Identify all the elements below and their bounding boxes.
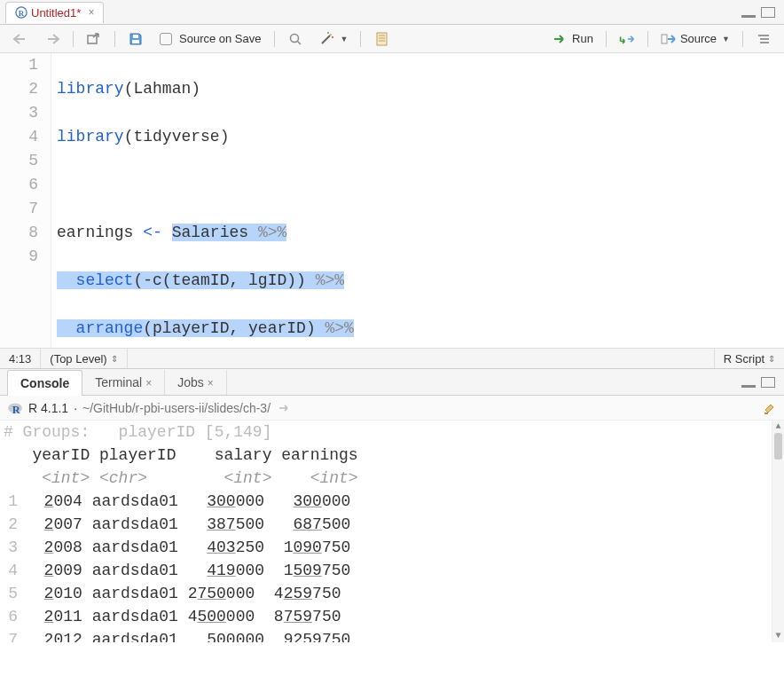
rerun-icon — [619, 31, 635, 47]
maximize-pane-icon[interactable] — [761, 377, 775, 388]
save-button[interactable] — [122, 28, 149, 50]
scroll-up-icon[interactable]: ▲ — [772, 421, 784, 433]
toolbar-separator — [647, 31, 648, 47]
console-data-row: 7 2012 aardsda01 500000 9259750 — [4, 628, 780, 642]
console-types-row: <int> <chr> <int> <int> — [4, 467, 780, 490]
editor-status-bar: 4:13 (Top Level)⇕ R Script⇕ — [0, 348, 784, 369]
filetype-selector[interactable]: R Script⇕ — [714, 349, 784, 368]
updown-icon: ⇕ — [111, 354, 118, 364]
code-area[interactable]: library(Lahman) library(tidyverse) earni… — [51, 53, 784, 348]
console-data-row: 1 2004 aardsda01 300000 300000 — [4, 490, 780, 513]
arrow-right-icon — [44, 31, 60, 47]
goto-dir-icon[interactable] — [276, 400, 292, 416]
cursor-position[interactable]: 4:13 — [0, 349, 41, 368]
checkbox-icon — [160, 33, 172, 45]
line-number: 9 — [0, 245, 38, 269]
console-data-row: 6 2011 aardsda01 4500000 8759750 — [4, 605, 780, 628]
separator-dot: · — [74, 401, 77, 415]
toolbar-separator — [606, 31, 607, 47]
line-number: 6 — [0, 173, 38, 197]
console-data-row: 2 2007 aardsda01 387500 687500 — [4, 513, 780, 536]
forward-button[interactable] — [39, 28, 66, 50]
run-label: Run — [572, 32, 593, 45]
svg-line-6 — [297, 41, 301, 44]
svg-rect-15 — [662, 35, 667, 43]
wand-icon — [319, 31, 335, 47]
svg-rect-2 — [88, 35, 97, 43]
tab-title: Untitled1* — [31, 6, 81, 20]
run-button[interactable]: Run — [547, 28, 599, 50]
save-icon — [128, 31, 144, 47]
minimize-pane-icon[interactable] — [741, 11, 756, 18]
source-label: Source — [680, 32, 717, 45]
console-data-row: 3 2008 aardsda01 403250 1090750 — [4, 536, 780, 559]
line-number: 2 — [0, 77, 38, 101]
show-in-new-window-button[interactable] — [81, 28, 107, 50]
minimize-pane-icon[interactable] — [741, 381, 756, 388]
svg-rect-11 — [377, 33, 387, 45]
svg-point-5 — [290, 34, 298, 42]
code-line: library(Lahman) — [57, 77, 784, 101]
chevron-down-icon: ▼ — [341, 35, 349, 43]
svg-text:R: R — [19, 9, 25, 18]
editor-tab[interactable]: R Untitled1* × — [5, 2, 104, 23]
scroll-down-icon[interactable]: ▼ — [772, 630, 784, 642]
line-number: 7 — [0, 197, 38, 221]
console-output[interactable]: # Groups: playerID [5,149] yearID player… — [0, 421, 784, 642]
compile-report-button[interactable] — [368, 28, 395, 50]
svg-point-9 — [332, 36, 333, 38]
line-number: 8 — [0, 221, 38, 245]
back-button[interactable] — [7, 28, 34, 50]
svg-rect-4 — [133, 35, 138, 38]
code-line: library(tidyverse) — [57, 125, 784, 149]
toolbar-separator — [73, 31, 74, 47]
editor-toolbar: Source on Save ▼ Run Source ▼ — [0, 25, 784, 53]
line-number: 1 — [0, 53, 38, 77]
line-gutter: 1 2 3 4 5 6 7 8 9 — [0, 53, 51, 348]
toolbar-separator — [114, 31, 115, 47]
working-directory[interactable]: ~/GitHub/r-pbi-users-ii/slides/ch-3/ — [82, 401, 270, 415]
editor-tab-bar: R Untitled1* × — [0, 0, 784, 25]
code-editor[interactable]: 1 2 3 4 5 6 7 8 9 library(Lahman) librar… — [0, 53, 784, 348]
toolbar-separator — [360, 31, 361, 47]
find-button[interactable] — [282, 28, 309, 50]
magnifier-icon — [287, 31, 303, 47]
tab-console[interactable]: Console — [7, 370, 82, 396]
close-icon[interactable]: × — [145, 377, 152, 389]
pane-window-controls — [741, 377, 784, 388]
svg-line-7 — [322, 35, 330, 43]
console-header: R R 4.1.1 · ~/GitHub/r-pbi-users-ii/slid… — [0, 396, 784, 421]
console-data-row: 5 2010 aardsda01 2750000 4259750 — [4, 582, 780, 605]
outline-icon — [756, 31, 772, 47]
tab-terminal[interactable]: Terminal× — [82, 370, 165, 395]
console-header-row: yearID playerID salary earnings — [4, 444, 780, 467]
scope-selector[interactable]: (Top Level)⇕ — [41, 349, 127, 368]
source-arrow-icon — [661, 31, 677, 47]
source-on-save-toggle[interactable]: Source on Save — [154, 29, 267, 48]
popout-icon — [86, 31, 102, 47]
rerun-button[interactable] — [614, 28, 640, 50]
svg-rect-3 — [132, 40, 139, 43]
console-data-row: 4 2009 aardsda01 419000 1509750 — [4, 559, 780, 582]
pane-window-controls — [741, 7, 784, 18]
close-icon[interactable]: × — [208, 377, 214, 389]
code-tools-button[interactable]: ▼ — [314, 28, 354, 50]
close-icon[interactable]: × — [88, 6, 94, 19]
svg-text:R: R — [12, 403, 21, 415]
line-number: 4 — [0, 125, 38, 149]
source-button[interactable]: Source ▼ — [655, 28, 735, 50]
clear-console-icon[interactable] — [761, 400, 777, 416]
console-scrollbar[interactable]: ▲ ▼ — [772, 421, 784, 642]
scroll-thumb[interactable] — [774, 433, 782, 460]
svg-point-10 — [327, 32, 329, 34]
run-arrow-icon — [553, 31, 568, 47]
r-file-icon: R — [15, 6, 27, 19]
r-logo-icon: R — [7, 400, 23, 416]
maximize-pane-icon[interactable] — [761, 7, 775, 18]
tab-jobs[interactable]: Jobs× — [165, 370, 227, 395]
line-number: 3 — [0, 101, 38, 125]
outline-button[interactable] — [750, 28, 777, 50]
notebook-icon — [373, 31, 389, 47]
code-line: arrange(playerID, yearID) %>% — [57, 317, 784, 341]
line-number: 5 — [0, 149, 38, 173]
